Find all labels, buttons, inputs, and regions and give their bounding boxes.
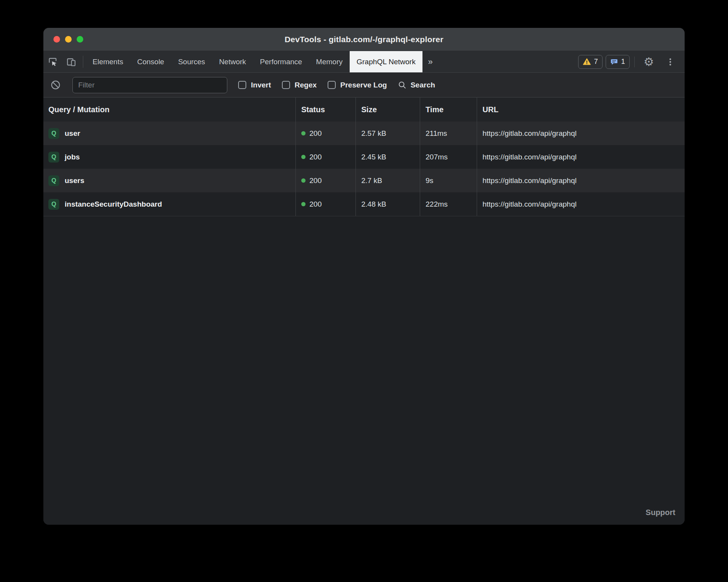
url-value: https://gitlab.com/api/graphql <box>482 200 577 209</box>
checkbox-box <box>328 81 336 89</box>
devtools-window: DevTools - gitlab.com/-/graphql-explorer… <box>43 28 685 525</box>
warning-count: 7 <box>594 58 598 66</box>
query-type-badge: Q <box>48 175 59 186</box>
table-row[interactable]: Q jobs 200 2.45 kB 207ms https://gitlab.… <box>43 145 685 169</box>
warning-triangle-icon <box>583 58 591 66</box>
window-title: DevTools - gitlab.com/-/graphql-explorer <box>285 35 443 44</box>
desktop-background: DevTools - gitlab.com/-/graphql-explorer… <box>0 0 728 582</box>
tab-console[interactable]: Console <box>130 51 171 72</box>
url-value: https://gitlab.com/api/graphql <box>482 153 577 161</box>
request-name: users <box>65 176 84 185</box>
support-link[interactable]: Support <box>646 508 675 517</box>
search-icon <box>398 80 407 89</box>
time-value: 222ms <box>426 200 448 209</box>
status-value: 200 <box>309 200 322 209</box>
titlebar[interactable]: DevTools - gitlab.com/-/graphql-explorer <box>43 28 685 51</box>
inspect-element-button[interactable] <box>43 51 62 72</box>
tabbar-right-cluster: 7 1 ⚙ <box>578 51 685 72</box>
close-window-button[interactable] <box>53 36 60 43</box>
gear-icon: ⚙ <box>644 56 654 68</box>
inspect-cursor-icon <box>48 57 58 67</box>
request-name: instanceSecurityDashboard <box>65 200 162 209</box>
invert-checkbox[interactable]: Invert <box>238 81 271 89</box>
status-value: 200 <box>309 129 322 138</box>
checkbox-label: Preserve Log <box>340 81 387 89</box>
tab-elements[interactable]: Elements <box>86 51 130 72</box>
clear-requests-button[interactable] <box>50 80 62 90</box>
tabbar-separator <box>83 56 83 68</box>
column-header-query-mutation[interactable]: Query / Mutation <box>43 98 295 122</box>
filter-input[interactable] <box>72 77 227 93</box>
tab-memory[interactable]: Memory <box>309 51 350 72</box>
size-value: 2.48 kB <box>361 200 386 209</box>
badge-separator <box>634 56 635 67</box>
tab-network[interactable]: Network <box>212 51 253 72</box>
status-value: 200 <box>309 153 322 161</box>
status-value: 200 <box>309 176 322 185</box>
size-value: 2.7 kB <box>361 176 382 185</box>
tab-graphql-network[interactable]: GraphQL Network <box>350 51 422 72</box>
request-name: jobs <box>65 153 80 161</box>
table-rows: Q user 200 2.57 kB 211ms https://gitlab.… <box>43 122 685 216</box>
zoom-window-button[interactable] <box>77 36 83 43</box>
search-label: Search <box>410 81 435 89</box>
tab-performance[interactable]: Performance <box>253 51 309 72</box>
query-type-badge: Q <box>48 152 59 163</box>
column-header-status[interactable]: Status <box>295 98 355 122</box>
settings-button[interactable]: ⚙ <box>639 56 658 68</box>
table-header: Query / Mutation Status Size Time URL <box>43 98 685 122</box>
checkbox-label: Regex <box>295 81 317 89</box>
request-name: user <box>65 129 80 138</box>
url-value: https://gitlab.com/api/graphql <box>482 129 577 138</box>
time-value: 207ms <box>426 153 448 161</box>
issues-warning-badge[interactable]: 7 <box>578 55 603 69</box>
kebab-menu-icon <box>666 57 675 67</box>
search-toggle[interactable]: Search <box>398 80 435 89</box>
filter-toolbar: Invert Regex Preserve Log Search <box>43 73 685 98</box>
time-value: 9s <box>426 176 433 185</box>
query-type-badge: Q <box>48 128 59 139</box>
device-toolbar-button[interactable] <box>62 51 81 72</box>
requests-table: Query / Mutation Status Size Time URL Q … <box>43 98 685 525</box>
message-count: 1 <box>621 58 625 66</box>
regex-checkbox[interactable]: Regex <box>282 81 317 89</box>
devtools-tab-bar: Elements Console Sources Network Perform… <box>43 51 685 73</box>
table-row[interactable]: Q users 200 2.7 kB 9s https://gitlab.com… <box>43 169 685 192</box>
status-ok-dot <box>301 202 306 206</box>
table-row[interactable]: Q instanceSecurityDashboard 200 2.48 kB … <box>43 192 685 216</box>
tab-sources[interactable]: Sources <box>171 51 212 72</box>
url-value: https://gitlab.com/api/graphql <box>482 176 577 185</box>
status-ok-dot <box>301 178 306 183</box>
device-toolbar-icon <box>66 57 76 67</box>
console-messages-badge[interactable]: 1 <box>606 55 630 69</box>
minimize-window-button[interactable] <box>65 36 72 43</box>
column-header-url[interactable]: URL <box>477 98 685 122</box>
checkbox-box <box>238 81 246 89</box>
more-tabs-button[interactable]: » <box>422 51 438 72</box>
more-options-button[interactable] <box>661 57 679 67</box>
size-value: 2.57 kB <box>361 129 386 138</box>
table-row[interactable]: Q user 200 2.57 kB 211ms https://gitlab.… <box>43 122 685 145</box>
status-ok-dot <box>301 155 306 159</box>
status-ok-dot <box>301 131 306 135</box>
block-icon <box>50 80 61 90</box>
time-value: 211ms <box>426 129 447 138</box>
query-type-badge: Q <box>48 199 59 210</box>
column-header-time[interactable]: Time <box>420 98 477 122</box>
checkbox-box <box>282 81 290 89</box>
checkbox-label: Invert <box>251 81 271 89</box>
size-value: 2.45 kB <box>361 153 386 161</box>
chat-bubble-icon <box>610 58 618 66</box>
column-header-size[interactable]: Size <box>355 98 420 122</box>
traffic-lights <box>53 28 83 51</box>
preserve-log-checkbox[interactable]: Preserve Log <box>328 81 387 89</box>
